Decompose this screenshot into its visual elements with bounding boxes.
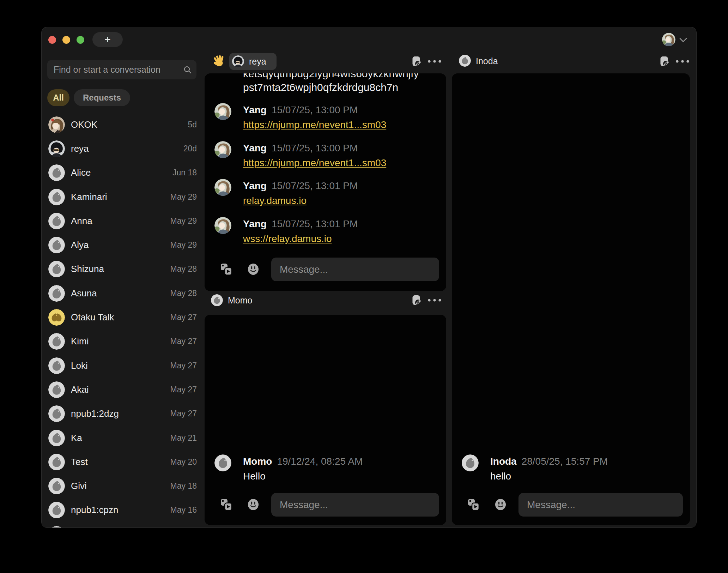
conversation-name: Shizuna [71,264,104,275]
minimize-button[interactable] [62,36,70,44]
conversation-row-partial[interactable] [47,522,197,528]
conversation-name: Akai [71,384,89,395]
conversation-row-okok[interactable]: OKOK 5d [47,113,197,137]
conversation-row-ka[interactable]: Ka May 21 [47,426,197,450]
user-avatar[interactable] [662,33,675,46]
default-avatar-icon [48,237,65,253]
search-input[interactable] [47,60,196,79]
message-sender: Yang [243,180,267,191]
conversation-date: May 27 [170,385,197,394]
note-edit-button[interactable] [412,56,421,67]
message-link[interactable]: https://njump.me/nevent1...sm03 [243,119,386,130]
conversation-date: 20d [183,144,197,153]
conversation-name: Loki [71,360,88,371]
message-input[interactable] [271,493,439,517]
message-link[interactable]: https://njump.me/nevent1...sm03 [243,157,386,168]
more-options-icon[interactable] [427,60,442,63]
conversation-row-otaku-talk[interactable]: Otaku Talk May 27 [47,305,197,329]
reya-avatar [232,55,244,67]
message-timestamp: 28/05/25, 15:57 PM [522,456,608,467]
default-avatar-icon [48,478,65,494]
conversation-list: OKOK 5d reya 20d Alice Jun 18 Kaminari M… [47,113,197,528]
conversation-date: May 27 [170,337,197,346]
message-sender: Inoda [490,456,517,467]
conversation-name: OKOK [71,119,97,130]
conversation-row-kimi[interactable]: Kimi May 27 [47,330,197,354]
conversation-row-loki[interactable]: Loki May 27 [47,354,197,378]
conversation-row-test[interactable]: Test May 20 [47,450,197,474]
new-chat-button[interactable]: + [92,32,123,47]
more-options-icon[interactable] [675,60,690,63]
conversation-name: Test [71,457,88,468]
media-attach-icon[interactable] [220,263,232,276]
inoda-message-panel: Inoda28/05/25, 15:57 PM hello [452,73,690,525]
reya-message-panel: ketsqyqtmpdg2lygn4wfs6oykzknwnjfy pst7mt… [205,73,446,291]
filter-all-tab[interactable]: All [47,89,69,106]
reya-chat-tab[interactable]: reya [229,53,277,70]
message-sender: Yang [243,104,267,115]
plus-icon: + [104,34,111,46]
conversation-date: May 27 [170,409,197,418]
chat-title: Inoda [476,56,498,66]
default-avatar-icon [48,357,65,374]
conversation-row-givi[interactable]: Givi May 18 [47,474,197,498]
conversation-row-shizuna[interactable]: Shizuna May 28 [47,257,197,281]
conversation-date: May 16 [170,505,197,515]
message-input[interactable] [518,493,683,517]
conversation-name: Kimi [71,336,89,347]
conversation-date: May 27 [170,313,197,322]
media-attach-icon[interactable] [468,499,480,511]
conversation-date: May 27 [170,361,197,370]
message-sender: Yang [243,143,267,153]
emoji-icon[interactable] [247,263,259,275]
message-group: Momo19/12/24, 08:25 AM Hello [205,454,446,488]
conversation-row-kaminari[interactable]: Kaminari May 29 [47,185,197,209]
message-input[interactable] [271,258,439,281]
conversation-row-akai[interactable]: Akai May 27 [47,378,197,402]
note-edit-button[interactable] [660,56,669,67]
conversation-row-asuna[interactable]: Asuna May 28 [47,281,197,305]
conversation-name: Givi [71,481,87,491]
message-group: Yang15/07/25, 13:00 PM https://njump.me/… [205,103,446,137]
conversation-name: Kaminari [71,192,107,203]
filter-requests-tab[interactable]: Requests [74,89,130,106]
avatar [48,140,65,157]
inoda-avatar[interactable] [459,55,471,67]
conversation-name: npub1:cpzn [71,505,118,515]
wave-hand-icon [212,54,226,67]
default-avatar-icon [48,189,65,205]
conversation-row-reya[interactable]: reya 20d [47,137,197,161]
conversation-row-npub1-2dzg[interactable]: npub1:2dzg May 27 [47,402,197,426]
conversation-row-alice[interactable]: Alice Jun 18 [47,161,197,185]
emoji-icon[interactable] [495,499,506,511]
momo-avatar[interactable] [211,294,223,306]
conversation-name: Ka [71,433,82,444]
chevron-down-icon[interactable] [679,38,687,42]
message-group: Yang15/07/25, 13:01 PM relay.damus.io [205,179,446,213]
more-options-icon[interactable] [427,298,442,302]
conversation-date: May 28 [170,289,197,298]
default-avatar-icon [48,454,65,470]
message-link[interactable]: relay.damus.io [243,195,307,206]
group-avatar-icon [48,309,65,326]
message-group: Inoda28/05/25, 15:57 PM hello [452,454,690,488]
emoji-icon[interactable] [247,499,259,511]
default-avatar-icon [48,261,65,277]
media-attach-icon[interactable] [220,499,232,511]
conversation-row-alya[interactable]: Alya May 29 [47,233,197,257]
close-button[interactable] [48,36,56,44]
default-avatar-icon [48,213,65,229]
conversation-date: May 18 [170,481,197,491]
app-window: + All Requests OKOK 5d reya 20d Alice Ju… [41,27,697,528]
conversation-row-npub1-cpzn[interactable]: npub1:cpzn May 16 [47,498,197,522]
conversation-row-anna[interactable]: Anna May 29 [47,209,197,233]
default-avatar-icon [48,405,65,422]
conversation-name: Otaku Talk [71,312,114,323]
maximize-button[interactable] [77,36,84,44]
note-edit-button[interactable] [412,295,421,306]
conversation-date: 5d [188,120,197,129]
conversation-date: May 28 [170,264,197,274]
message-text: Hello [243,471,266,482]
message-link[interactable]: wss://relay.damus.io [243,233,332,244]
yang-avatar [214,217,231,234]
